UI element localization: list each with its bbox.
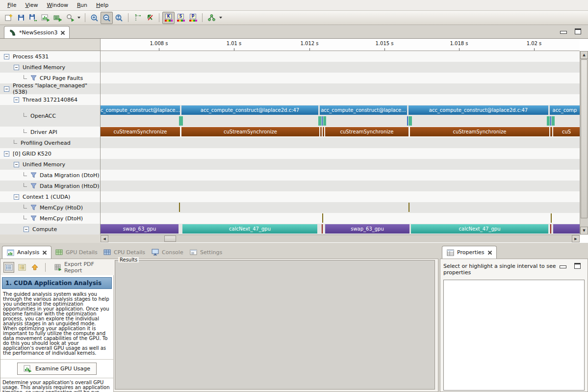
openacc-interval[interactable]: acc_compute_construct@laplace... bbox=[320, 105, 407, 115]
collapse-toggle-icon[interactable] bbox=[14, 194, 19, 200]
compute-kernel-interval[interactable] bbox=[550, 224, 551, 234]
collapse-toggle-icon[interactable] bbox=[24, 227, 29, 232]
tree-row[interactable]: MemCpy (DtoH) bbox=[0, 213, 100, 224]
scroll-down-arrow[interactable]: ▼ bbox=[580, 227, 588, 235]
compute-kernel-interval[interactable]: swap_63_gpu bbox=[101, 224, 179, 234]
collapse-toggle-icon[interactable] bbox=[14, 97, 19, 103]
export-pdf-button[interactable]: Export PDF Report bbox=[51, 260, 114, 275]
examine-gpu-usage-button[interactable]: Examine GPU Usage bbox=[17, 363, 97, 375]
zoom-in-button[interactable] bbox=[88, 12, 101, 24]
maximize-icon[interactable] bbox=[575, 28, 581, 34]
driver-api-interval[interactable] bbox=[323, 127, 324, 136]
tree-row[interactable]: [0] GRID K520 bbox=[0, 148, 100, 159]
tab-gpu-details[interactable]: GPU Details bbox=[51, 246, 102, 259]
openacc-wait-marker[interactable] bbox=[409, 116, 412, 126]
menu-view[interactable]: View bbox=[21, 0, 42, 10]
tree-row[interactable]: Thread 3172140864 bbox=[0, 94, 100, 105]
run-analysis-button[interactable] bbox=[51, 12, 64, 24]
collapse-toggle-icon[interactable] bbox=[4, 54, 9, 59]
openacc-interval[interactable]: acc_compute_construct@laplace2d.c:47 bbox=[181, 105, 318, 115]
search-dropdown-arrow[interactable] bbox=[77, 17, 80, 19]
tree-row[interactable]: CPU Page Faults bbox=[0, 73, 100, 83]
disable-snap-button[interactable] bbox=[144, 12, 156, 24]
horizontal-scroll-thumb[interactable] bbox=[164, 235, 176, 242]
close-icon[interactable] bbox=[60, 30, 65, 35]
tree-row[interactable]: Context 1 (CUDA) bbox=[0, 191, 100, 202]
memcpy-htod-marker[interactable] bbox=[409, 203, 409, 212]
tab-console[interactable]: Console bbox=[147, 246, 188, 259]
vertical-scrollbar[interactable]: ▲ ▼ bbox=[580, 51, 588, 235]
save-all-button[interactable] bbox=[27, 12, 39, 24]
color-by-kernel-button[interactable]: K bbox=[162, 12, 175, 24]
close-icon[interactable] bbox=[42, 250, 47, 255]
color-by-stream-button[interactable]: S bbox=[175, 12, 187, 24]
tree-row[interactable]: Unified Memory bbox=[0, 62, 100, 73]
minimize-icon[interactable] bbox=[560, 265, 566, 268]
tab-settings[interactable]: Settings bbox=[185, 246, 227, 259]
tree-row[interactable]: Process 4531 bbox=[0, 51, 100, 62]
session-tab[interactable]: *NewSession3 bbox=[4, 26, 70, 38]
memcpy-dtoh-marker[interactable] bbox=[322, 213, 323, 223]
openacc-wait-marker[interactable] bbox=[552, 116, 555, 126]
collapse-toggle-icon[interactable] bbox=[14, 65, 19, 70]
scroll-up-arrow[interactable]: ▲ bbox=[580, 51, 588, 59]
close-icon[interactable] bbox=[487, 250, 492, 255]
compute-kernel-interval[interactable]: calcNext_47_gpu bbox=[182, 224, 317, 234]
minimize-icon[interactable] bbox=[560, 31, 567, 34]
unguided-analysis-button[interactable] bbox=[16, 262, 27, 273]
scroll-left-arrow[interactable]: ◀ bbox=[101, 235, 108, 242]
tree-row[interactable]: Data Migration (DtoH) bbox=[0, 170, 100, 181]
driver-api-interval[interactable]: cuS bbox=[553, 127, 580, 136]
menu-run[interactable]: Run bbox=[73, 0, 92, 10]
generate-timeline-button[interactable] bbox=[39, 12, 51, 24]
color-by-process-button[interactable]: P bbox=[187, 12, 199, 24]
tree-row[interactable]: Profiling Overhead bbox=[0, 137, 100, 148]
driver-api-interval[interactable]: cuStreamSynchronize bbox=[325, 127, 409, 136]
memcpy-dtoh-marker[interactable] bbox=[551, 213, 552, 223]
openacc-wait-marker[interactable] bbox=[323, 116, 326, 126]
openacc-wait-marker[interactable] bbox=[407, 116, 408, 126]
guided-analysis-button[interactable] bbox=[3, 262, 14, 273]
save-button[interactable] bbox=[15, 12, 27, 24]
tree-row[interactable]: MemCpy (HtoD) bbox=[0, 202, 100, 213]
tree-row[interactable]: Data Migration (HtoD) bbox=[0, 181, 100, 191]
compute-kernel-interval[interactable]: swap_63_gpu bbox=[325, 224, 409, 234]
openacc-wait-marker[interactable] bbox=[322, 116, 323, 126]
maximize-icon[interactable] bbox=[574, 263, 581, 269]
driver-api-interval[interactable] bbox=[320, 127, 322, 136]
compute-kernel-interval[interactable] bbox=[322, 224, 323, 234]
tree-row[interactable]: Unified Memory bbox=[0, 159, 100, 170]
vertical-scroll-thumb[interactable] bbox=[581, 59, 588, 218]
openacc-interval[interactable]: acc_comp bbox=[550, 105, 580, 115]
marker-snap-button[interactable] bbox=[131, 12, 144, 24]
topology-button[interactable] bbox=[205, 12, 218, 24]
scroll-right-arrow[interactable]: ▶ bbox=[572, 235, 580, 242]
menu-window[interactable]: Window bbox=[43, 0, 73, 10]
openacc-wait-marker[interactable] bbox=[550, 116, 551, 126]
openacc-wait-marker[interactable] bbox=[318, 116, 321, 126]
openacc-interval[interactable]: acc_compute_construct@laplace2d.c:47 bbox=[409, 105, 548, 115]
tab-properties[interactable]: Properties bbox=[442, 246, 497, 259]
tree-row[interactable]: Compute bbox=[0, 224, 100, 235]
tree-row[interactable]: Driver API bbox=[0, 127, 100, 137]
tree-row[interactable]: OpenACC bbox=[0, 105, 100, 127]
compute-kernel-interval[interactable] bbox=[553, 224, 580, 234]
collapse-toggle-icon[interactable] bbox=[4, 86, 9, 92]
horizontal-scrollbar[interactable]: ◀ ▶ bbox=[101, 235, 580, 242]
tab-analysis[interactable]: Analysis bbox=[2, 246, 51, 259]
driver-api-interval[interactable]: cuStreamSynchronize bbox=[410, 127, 549, 136]
topology-dropdown-arrow[interactable] bbox=[219, 17, 222, 19]
tree-row[interactable]: Process "laplace_managed" (538) bbox=[0, 83, 100, 94]
menu-help[interactable]: Help bbox=[92, 0, 113, 10]
driver-api-interval[interactable] bbox=[550, 127, 552, 136]
driver-api-interval[interactable]: cuStreamSynchronize bbox=[181, 127, 319, 136]
zoom-fit-button[interactable] bbox=[113, 12, 125, 24]
memcpy-htod-marker[interactable] bbox=[179, 203, 180, 212]
zoom-out-button[interactable] bbox=[101, 12, 113, 24]
focus-search-button[interactable] bbox=[64, 12, 76, 24]
openacc-wait-marker[interactable] bbox=[547, 116, 550, 126]
back-up-button[interactable] bbox=[29, 262, 40, 273]
compute-kernel-interval[interactable]: calcNext_47_gpu bbox=[411, 224, 548, 234]
openacc-interval[interactable]: c_compute_construct@laplace... bbox=[101, 105, 180, 115]
new-session-button[interactable] bbox=[2, 12, 15, 24]
